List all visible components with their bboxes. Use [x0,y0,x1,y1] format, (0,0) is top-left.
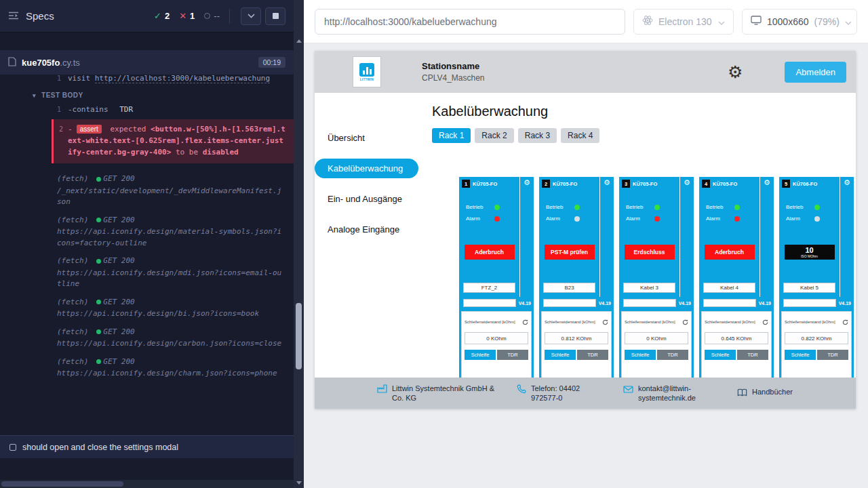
stat-pending[interactable]: -- [204,11,220,21]
status-button[interactable]: Erdschluss [625,245,675,260]
command-log: 1 visit http://localhost:3000/kabelueber… [0,75,294,435]
url-input[interactable] [315,9,625,35]
logout-button[interactable]: Abmelden [785,62,846,83]
collapse-runner-button[interactable] [241,7,261,25]
alarm-led [574,216,580,222]
measurement-panel: Schleifenwiderstand [kOhm] 0 KOhm Schlei… [621,311,692,387]
card-settings-icon[interactable]: ⚙ [524,179,530,297]
horizontal-scrollbar-thumb[interactable] [1,481,123,487]
success-dot-icon [96,259,101,264]
measurement-panel: Schleifenwiderstand [kOhm] 0 KOhm Schlei… [461,311,532,387]
schleife-button[interactable]: Schleife [545,350,576,360]
schleife-button[interactable]: Schleife [465,350,496,360]
status-button[interactable]: Aderbruch [705,245,755,260]
test-body-section[interactable]: ▾TEST BODY [0,86,294,102]
cable-name: Kabel 5 [783,283,835,293]
tab-rack-3[interactable]: Rack 3 [518,128,557,143]
schleife-button[interactable]: Schleife [625,350,656,360]
scroll-down-arrow-icon[interactable] [296,481,302,485]
spec-name: kue705fo [22,58,60,68]
card-settings-icon[interactable]: ⚙ [764,179,770,297]
settings-gear-icon[interactable]: ⚙ [728,64,743,81]
phone-icon [517,384,526,396]
command-contains[interactable]: 1 -contains TDR [0,102,294,117]
fw-field [783,299,836,307]
cable-name: Kabel 3 [623,283,675,293]
topbar-divider [229,9,230,24]
device-card-4: 4 KÜ705-FO Betrieb Alarm Aderbruch Kabel… [699,177,774,387]
command-visit[interactable]: 1 visit http://localhost:3000/kabelueber… [0,75,294,86]
spec-extension: .cy.ts [60,58,79,68]
schleife-button[interactable]: Schleife [705,350,736,360]
app-under-test: LITTWIN Stationsname CPLV4_Maschen ⚙ Abm… [315,51,856,409]
resistance-value: 0 KOhm [465,332,528,344]
app-header: LITTWIN Stationsname CPLV4_Maschen ⚙ Abm… [315,51,856,93]
spec-timer: 00:19 [258,57,285,68]
tab-rack-4[interactable]: Rack 4 [561,128,599,143]
card-settings-icon[interactable]: ⚙ [844,179,850,297]
stat-failed[interactable]: ✕1 [179,11,195,21]
status-button[interactable]: 10ISO MOhm [785,245,835,260]
betrieb-led [494,205,500,210]
check-icon: ✓ [154,11,161,21]
failed-assert[interactable]: 2 -assert expected <button.w-[50%].h-[1.… [52,119,294,163]
refresh-icon[interactable] [602,316,608,328]
spec-header[interactable]: kue705fo.cy.ts 00:19 [0,50,294,75]
horizontal-scrollbar[interactable] [0,480,294,488]
stop-tests-button[interactable] [265,7,285,25]
vertical-scrollbar-thumb[interactable] [296,303,302,369]
next-test-row[interactable]: should open and close the settings modal [0,435,294,458]
tdr-button[interactable]: TDR [577,350,608,360]
status-button[interactable]: Aderbruch [465,245,515,260]
pending-icon [204,13,210,19]
alarm-led [734,216,740,222]
refresh-icon[interactable] [522,316,528,328]
app-stage: LITTWIN Stationsname CPLV4_Maschen ⚙ Abm… [304,43,868,488]
sidebar-item-uebersicht[interactable]: Übersicht [315,128,420,148]
card-settings-icon[interactable]: ⚙ [604,179,610,297]
schleife-button[interactable]: Schleife [785,350,816,360]
tdr-button[interactable]: TDR [817,350,848,360]
specs-title[interactable]: Specs [26,10,54,22]
device-model: KÜ705-FO [473,181,497,187]
sidebar-item-ein-und-ausgaenge[interactable]: Ein- und Ausgänge [315,189,420,209]
footer-email: kontakt@littwin-systemtechnik.de [623,384,721,403]
measurement-panel: Schleifenwiderstand [kOhm] 0.812 KOhm Sc… [541,311,612,387]
tab-rack-2[interactable]: Rack 2 [475,128,513,143]
specs-menu-icon[interactable] [8,10,19,22]
status-button[interactable]: PST-M prüfen [545,245,595,260]
chevron-down-icon [718,16,725,27]
stat-passed[interactable]: ✓2 [154,11,170,21]
viewport-select[interactable]: 1000x660 (79%) [742,9,857,35]
footer-phone: Telefon: 04402 972577-0 [517,384,607,403]
factory-icon [377,384,387,396]
footer-manuals[interactable]: Handbücher [737,387,793,399]
cypress-runner-panel: Specs ✓2 ✕1 -- kue705fo.cy.ts 00:19 1 vi… [0,0,294,488]
fw-field [623,299,676,307]
refresh-icon[interactable] [842,316,848,328]
resistance-value: 0 KOhm [625,332,688,344]
tdr-button[interactable]: TDR [737,350,768,360]
vertical-scrollbar[interactable] [294,0,304,488]
fw-field [543,299,596,307]
sidebar-item-kabelueberwachung[interactable]: Kabelüberwachung [315,159,418,178]
betrieb-led [654,205,660,210]
preview-toolbar: Electron 130 1000x660 (79%) [304,0,868,43]
fetch-log-entry: (fetch)GET 200 /_next/static/development… [0,170,294,211]
footer-company: Littwin Systemtechnik GmbH & Co. KG [377,384,500,403]
monitor-icon [751,16,762,27]
tab-rack-1[interactable]: Rack 1 [432,128,471,143]
runner-bottom-area [0,458,294,488]
tdr-button[interactable]: TDR [657,350,688,360]
card-settings-icon[interactable]: ⚙ [684,179,690,297]
fetch-log-entry: (fetch)GET 200 https://api.iconify.desig… [0,252,294,293]
refresh-icon[interactable] [682,316,688,328]
scroll-up-arrow-icon[interactable] [296,39,302,43]
device-card-3: 3 KÜ705-FO Betrieb Alarm Erdschluss Kabe… [619,177,694,387]
resistance-value: 0.822 KOhm [785,332,848,344]
test-stop-icon [9,444,16,451]
browser-select[interactable]: Electron 130 [633,9,734,35]
tdr-button[interactable]: TDR [497,350,528,360]
sidebar-item-analoge-eingaenge[interactable]: Analoge Eingänge [315,220,420,239]
refresh-icon[interactable] [762,316,768,328]
